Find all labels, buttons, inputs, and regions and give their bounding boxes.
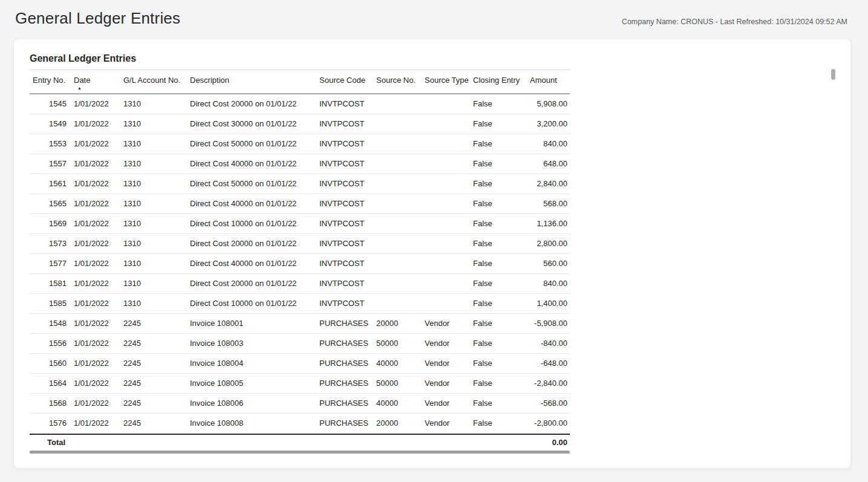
cell-gl-account-no: 1310 [119,234,186,253]
cell-description: Direct Cost 20000 on 01/01/22 [186,234,315,253]
cell-source-type [420,114,469,134]
cell-amount: -648.00 [526,354,570,373]
cell-date: 1/01/2022 [70,154,119,174]
cell-gl-account-no: 1310 [119,114,186,134]
table-row[interactable]: 15691/01/20221310Direct Cost 10000 on 01… [30,214,570,234]
cell-date: 1/01/2022 [70,294,119,313]
cell-source-type: Vendor [420,334,469,353]
cell-date: 1/01/2022 [70,234,119,253]
cell-gl-account-no: 1310 [119,214,186,233]
cell-entry-no: 1565 [33,194,70,213]
cell-date: 1/01/2022 [70,314,119,333]
cell-gl-account-no: 2245 [119,314,186,333]
column-header-amount[interactable]: Amount [526,76,570,93]
cell-closing-entry: False [469,394,526,413]
cell-entry-no: 1573 [33,234,70,253]
column-header-source-type[interactable]: Source Type [420,76,469,93]
cell-source-code: INVTPCOST [315,154,372,174]
cell-source-code: INVTPCOST [315,274,372,293]
cell-closing-entry: False [469,154,526,174]
table-row[interactable]: 15651/01/20221310Direct Cost 40000 on 01… [30,194,570,214]
cell-description: Direct Cost 20000 on 01/01/22 [186,274,315,293]
column-header-closing-entry[interactable]: Closing Entry [469,76,526,93]
cell-closing-entry: False [469,274,526,293]
cell-source-type [420,234,469,253]
cell-description: Direct Cost 40000 on 01/01/22 [186,254,315,273]
cell-entry-no: 1561 [33,174,70,194]
cell-gl-account-no: 1310 [119,274,186,293]
cell-closing-entry: False [469,414,526,434]
total-row: Total 0.00 [30,434,570,450]
cell-amount: 2,800.00 [526,234,570,253]
column-header-label: Amount [530,76,557,85]
table-row[interactable]: 15811/01/20221310Direct Cost 20000 on 01… [30,274,570,294]
cell-source-no: 50000 [372,374,420,393]
table-row[interactable]: 15771/01/20221310Direct Cost 40000 on 01… [30,254,570,274]
table-row[interactable]: 15761/01/20222245Invoice 108008PURCHASES… [30,414,570,434]
cell-entry-no: 1569 [33,214,70,233]
horizontal-scrollbar[interactable] [30,451,570,454]
cell-source-code: INVTPCOST [315,234,372,253]
cell-gl-account-no: 1310 [119,134,186,154]
cell-description: Invoice 108004 [186,354,315,373]
cell-source-no: 20000 [372,314,420,333]
cell-amount: 648.00 [526,154,570,174]
cell-source-type: Vendor [420,414,469,434]
cell-gl-account-no: 1310 [119,254,186,273]
column-header-description[interactable]: Description [186,76,315,93]
cell-gl-account-no: 1310 [119,194,186,213]
cell-source-no [372,174,420,194]
cell-source-type: Vendor [420,394,469,413]
cell-source-code: PURCHASES [315,414,372,434]
column-header-source-code[interactable]: Source Code [315,76,372,93]
cell-date: 1/01/2022 [70,134,119,154]
cell-date: 1/01/2022 [70,414,119,434]
cell-source-no [372,194,420,213]
cell-amount: 840.00 [526,134,570,154]
vertical-scrollbar-thumb[interactable] [831,69,835,80]
table-row[interactable]: 15561/01/20222245Invoice 108003PURCHASES… [30,334,570,354]
table-row[interactable]: 15611/01/20221310Direct Cost 50000 on 01… [30,174,570,194]
table-row[interactable]: 15601/01/20222245Invoice 108004PURCHASES… [30,354,570,374]
page-title: General Ledger Entries [15,9,180,28]
cell-closing-entry: False [469,314,526,333]
column-header-gl-account-no[interactable]: G/L Account No. [119,76,186,93]
table-row[interactable]: 15571/01/20221310Direct Cost 40000 on 01… [30,154,570,174]
table-row[interactable]: 15851/01/20221310Direct Cost 10000 on 01… [30,294,570,314]
cell-date: 1/01/2022 [70,394,119,413]
cell-entry-no: 1548 [33,314,70,333]
cell-description: Direct Cost 40000 on 01/01/22 [186,194,315,213]
cell-date: 1/01/2022 [70,214,119,233]
column-header-entry-no[interactable]: Entry No. [33,76,70,93]
cell-date: 1/01/2022 [70,194,119,213]
cell-gl-account-no: 2245 [119,374,186,393]
cell-source-code: INVTPCOST [315,194,372,213]
cell-source-no: 40000 [372,354,420,373]
cell-amount: -840.00 [526,334,570,353]
column-header-label: Source Type [425,76,469,85]
cell-source-no [372,254,420,273]
table-row[interactable]: 15681/01/20222245Invoice 108006PURCHASES… [30,394,570,414]
column-header-label: Description [190,76,229,85]
table-row[interactable]: 15531/01/20221310Direct Cost 50000 on 01… [30,134,570,154]
column-header-date[interactable]: Date▲ [70,76,119,93]
cell-source-type [420,294,469,313]
cell-amount: 840.00 [526,274,570,293]
table-row[interactable]: 15481/01/20222245Invoice 108001PURCHASES… [30,314,570,334]
cell-description: Direct Cost 50000 on 01/01/22 [186,174,315,194]
cell-source-no [372,274,420,293]
table-row[interactable]: 15731/01/20221310Direct Cost 20000 on 01… [30,234,570,254]
cell-closing-entry: False [469,214,526,233]
cell-entry-no: 1585 [33,294,70,313]
cell-amount: 560.00 [526,254,570,273]
column-header-source-no[interactable]: Source No. [372,76,420,93]
table-row[interactable]: 15451/01/20221310Direct Cost 20000 on 01… [30,94,570,114]
table-visual: General Ledger Entries Entry No.Date▲G/L… [30,53,570,454]
table-row[interactable]: 15491/01/20221310Direct Cost 30000 on 01… [30,114,570,134]
table-header-row: Entry No.Date▲G/L Account No.Description… [30,70,570,94]
table-row[interactable]: 15641/01/20222245Invoice 108005PURCHASES… [30,374,570,394]
cell-entry-no: 1557 [33,154,70,174]
cell-source-type [420,154,469,174]
cell-source-type: Vendor [420,354,469,373]
cell-closing-entry: False [469,294,526,313]
